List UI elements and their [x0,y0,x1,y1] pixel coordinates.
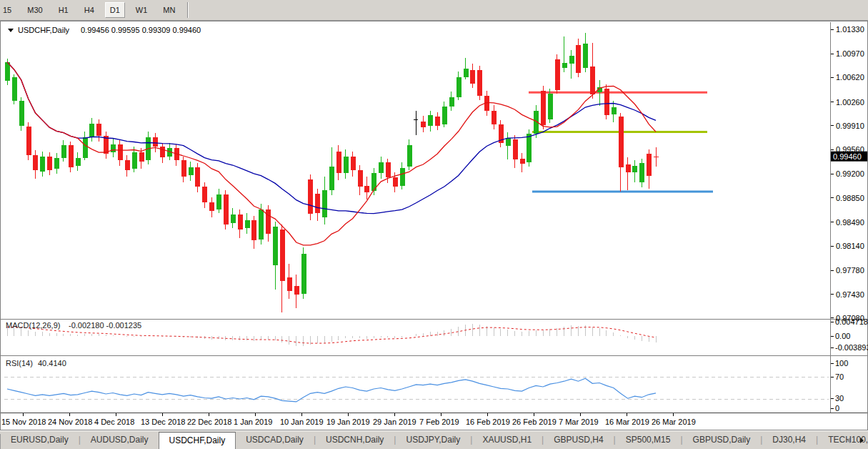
rsi-axis-label: 70 [835,372,844,381]
price-axis-label: 0.99910 [836,122,864,130]
price-axis-label: 0.98140 [836,242,864,250]
price-axis-label: 0.97780 [836,266,864,275]
rsi-axis-label: 100 [835,359,848,367]
chart-tab-sp500-m15[interactable]: SP500,M15 [616,431,681,449]
date-axis-label: 4 Dec 2018 [94,418,134,426]
price-axis-label: 1.00260 [836,98,864,107]
chart-tab-gbpusd-h4[interactable]: GBPUSD,H4 [544,431,613,449]
current-price-label: 0.99460 [833,152,862,161]
chart-tab-usdcad-daily[interactable]: USDCAD,Daily [236,431,314,449]
timeframe-button-h1[interactable]: H1 [54,2,74,18]
timeframe-button-w1[interactable]: W1 [131,2,153,18]
date-axis-label: 15 Nov 2018 [1,418,46,426]
chart-tab-gbpusd-daily[interactable]: GBPUSD,Daily [683,431,761,449]
chart-tab-eurusd-daily[interactable]: EURUSD,Daily [1,431,79,449]
chart-title-ohlc: 0.99456 0.99595 0.99309 0.99460 [81,26,201,34]
toolbar-separator [187,2,189,18]
chart-tab-bar: EURUSD,Daily|AUDUSD,DailyUSDCHF,DailyUSD… [0,430,868,449]
date-axis-label: 19 Jan 2019 [326,418,370,426]
price-axis-label: 1.01330 [836,25,864,34]
macd-label: MACD(12,26,9) [6,321,60,330]
price-axis-label: 1.00620 [836,73,864,82]
date-axis-label: 16 Feb 2019 [466,418,510,426]
price-axis-label: 0.97430 [836,290,864,299]
tab-scroll-right-icon[interactable] [860,438,864,443]
price-axis-label: 0.99200 [836,169,864,178]
date-axis-label: 10 Jan 2019 [280,418,324,426]
price-axis-label: 0.98850 [836,194,864,202]
chart-tab-xauusd-h1[interactable]: XAUUSD,H1 [472,431,542,449]
date-axis-label: 26 Mar 2019 [652,418,696,426]
macd-axis-label: -0.003893 [835,343,868,352]
price-axis-label: 0.98490 [836,218,864,227]
timeframe-button-h4[interactable]: H4 [79,2,99,18]
rsi-label: RSI(14) [6,359,33,367]
price-axis-label: 1.00970 [836,49,864,58]
date-axis-label: 22 Dec 2018 [187,418,231,426]
chart-window: 1.013301.009701.006201.002600.999100.995… [0,21,868,430]
date-axis-label: 1 Jan 2019 [234,418,272,426]
rsi-axis-label: 30 [835,394,844,403]
chart-title-symbol: USDCHF,Daily [18,26,70,34]
date-axis-label: 29 Jan 2019 [373,418,416,426]
date-axis-label: 24 Nov 2018 [48,418,92,426]
date-axis-label: 13 Dec 2018 [141,418,185,426]
date-axis-label: 16 Mar 2019 [605,418,649,426]
timeframe-toolbar: 15M30H1H4D1W1MN [0,0,868,21]
macd-axis-label: 0.00 [835,332,850,340]
timeframe-button-m30[interactable]: M30 [22,2,47,18]
chart-plot-area[interactable]: 1.013301.009701.006201.002600.999100.995… [0,21,868,430]
chart-tab-usdcnh-daily[interactable]: USDCNH,Daily [316,431,394,449]
timeframe-button-mn[interactable]: MN [158,2,180,18]
chart-tab-dj30-h4[interactable]: DJ30,H4 [762,431,816,449]
chart-tab-usdchf-daily[interactable]: USDCHF,Daily [159,432,236,449]
date-axis-label: 7 Mar 2019 [559,418,599,426]
chart-tab-audusd-daily[interactable]: AUDUSD,Daily [81,431,159,449]
tab-scroll-left-icon[interactable] [847,438,850,443]
date-axis-label: 7 Feb 2019 [419,418,459,426]
macd-axis-label: 0.004718 [835,317,868,326]
current-price-tag: 0.99460 [831,152,867,162]
timeframe-button-d1[interactable]: D1 [105,2,125,18]
rsi-value: 40.4140 [38,359,66,367]
timeframe-button-15[interactable]: 15 [1,2,16,18]
chart-frame [1,21,868,430]
date-axis-label: 26 Feb 2019 [512,418,557,426]
chart-tab-usdjpy-daily[interactable]: USDJPY,Daily [396,431,470,449]
macd-values: -0.002180 -0.001235 [69,321,141,330]
rsi-axis-label: 0 [835,404,839,413]
